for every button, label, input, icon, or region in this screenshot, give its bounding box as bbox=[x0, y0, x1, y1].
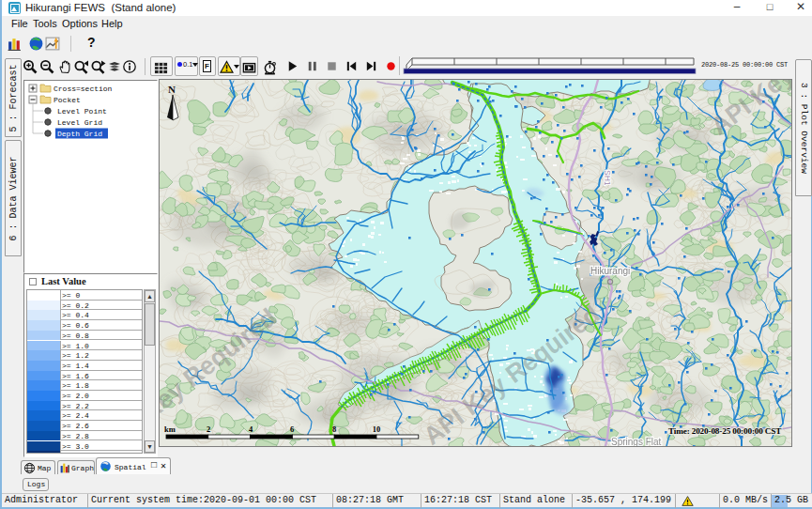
svg-text:6: 6 bbox=[290, 424, 294, 434]
svg-text:Level Point: Level Point bbox=[57, 107, 107, 116]
svg-text:8: 8 bbox=[332, 424, 336, 434]
svg-text:Depth Grid: Depth Grid bbox=[57, 130, 102, 138]
svg-text:Pocket: Pocket bbox=[54, 96, 81, 104]
svg-text:2: 2 bbox=[207, 424, 210, 434]
svg-text:Hikurangi: Hikurangi bbox=[590, 266, 630, 276]
svg-text:Springs Flat: Springs Flat bbox=[611, 437, 662, 446]
svg-text:km: km bbox=[164, 424, 176, 434]
svg-text:Cross=section: Cross=section bbox=[54, 85, 113, 93]
svg-text:Level Grid: Level Grid bbox=[57, 118, 102, 127]
svg-text:SH1: SH1 bbox=[603, 170, 612, 186]
svg-text:N: N bbox=[168, 84, 176, 95]
svg-text:10: 10 bbox=[373, 424, 381, 434]
svg-text:Time: 2020-08-25 00:00:00 CST: Time: 2020-08-25 00:00:00 CST bbox=[668, 426, 781, 436]
